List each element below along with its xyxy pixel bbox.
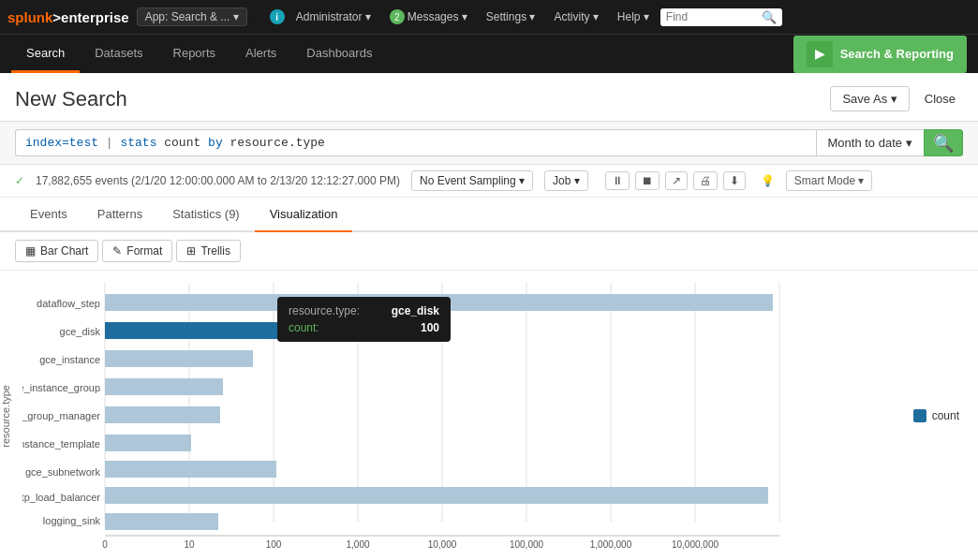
format-button[interactable]: ✎ Format [102, 240, 172, 262]
find-box[interactable]: 🔍 [660, 8, 782, 26]
bar-chart-svg: dataflow_step gce_disk gce_instance gce_… [22, 283, 884, 550]
share-button[interactable]: ↗ [665, 171, 688, 190]
sampling-button[interactable]: No Event Sampling ▾ [411, 170, 533, 191]
bar-gce-instance-template[interactable] [105, 435, 191, 451]
export-button[interactable]: ⬇ [723, 171, 746, 190]
bar-gce-disk[interactable] [105, 322, 297, 339]
tab-search[interactable]: Search [11, 35, 80, 73]
app-selector[interactable]: App: Search & ... ▾ [137, 7, 247, 26]
svg-text:gce_instance_group_manager: gce_instance_group_manager [22, 410, 100, 421]
tab-events[interactable]: Events [15, 198, 82, 232]
bar-gce-instance-group-manager[interactable] [105, 406, 220, 423]
tab-patterns[interactable]: Patterns [82, 198, 157, 232]
find-input[interactable] [666, 10, 758, 23]
search-reporting-button[interactable]: ▶ Search & Reporting [793, 36, 967, 73]
time-range-label: Month to date [828, 136, 903, 150]
help-menu[interactable]: Help ▾ [610, 7, 657, 27]
bar-chart-button[interactable]: ▦ Bar Chart [15, 240, 98, 262]
tab-alerts[interactable]: Alerts [230, 35, 291, 73]
header-actions: Save As ▾ Close [830, 86, 963, 111]
chart-toolbar: ▦ Bar Chart ✎ Format ⊞ Trellis [0, 232, 978, 271]
page-header: New Search Save As ▾ Close [0, 73, 978, 122]
legend-label: count [932, 409, 959, 422]
tab-visualization[interactable]: Visualization [255, 198, 353, 232]
svg-text:gce_disk: gce_disk [60, 326, 101, 337]
svg-text:dataflow_step: dataflow_step [37, 298, 100, 309]
bar-gce-instance[interactable] [105, 350, 253, 367]
chart-tooltip: resource.type: gce_disk count: 100 [277, 297, 451, 342]
tab-datasets[interactable]: Datasets [80, 35, 157, 73]
svg-text:10: 10 [184, 539, 195, 550]
search-query: index=test | stats count by resource.typ… [25, 136, 325, 150]
tab-statistics[interactable]: Statistics (9) [157, 198, 255, 232]
messages-menu[interactable]: 2 Messages ▾ [382, 6, 475, 28]
svg-text:100,000: 100,000 [510, 539, 544, 550]
query-by: by [208, 136, 223, 150]
svg-text:1,000: 1,000 [346, 539, 369, 550]
tooltip-key-label: resource.type: [289, 304, 360, 317]
print-button[interactable]: 🖨 [693, 171, 718, 190]
status-bar: ✓ 17,882,655 events (2/1/20 12:00:00.000… [0, 165, 978, 198]
tooltip-count-value: 100 [421, 321, 439, 334]
bar-gce-instance-group[interactable] [105, 378, 223, 395]
time-range-caret: ▾ [906, 136, 912, 150]
bar-http-load-balancer[interactable] [105, 487, 768, 504]
events-status-text: 17,882,655 events (2/1/20 12:00:00.000 A… [36, 174, 400, 187]
query-pipe: | [106, 136, 121, 150]
splunk-logo: splunk>enterprise [7, 9, 129, 25]
format-icon: ✎ [112, 244, 122, 258]
messages-badge: 2 [390, 9, 405, 24]
page-title: New Search [15, 87, 127, 111]
bar-chart-icon: ▦ [25, 244, 36, 258]
svg-text:100: 100 [266, 539, 282, 550]
pause-button[interactable]: ⏸ [605, 171, 630, 190]
svg-text:1,000,000: 1,000,000 [590, 539, 632, 550]
svg-text:gce_instance_template: gce_instance_template [22, 438, 100, 449]
svg-text:10,000,000: 10,000,000 [672, 539, 719, 550]
search-reporting-label: Search & Reporting [840, 47, 954, 61]
tooltip-count-label: count: [289, 321, 319, 334]
search-submit-button[interactable]: 🔍 [924, 129, 963, 156]
query-index: index=test [25, 136, 98, 150]
svg-text:gce_instance_group: gce_instance_group [22, 382, 100, 393]
tab-reports[interactable]: Reports [158, 35, 231, 73]
bar-gce-subnetwork[interactable] [105, 461, 276, 478]
query-cmd: stats [120, 136, 156, 150]
y-axis-label: resource.type [0, 385, 11, 448]
stop-button[interactable]: ⏹ [635, 171, 659, 190]
search-bar-container: index=test | stats count by resource.typ… [0, 122, 978, 165]
bulb-icon: 💡 [761, 174, 775, 187]
trellis-label: Trellis [200, 244, 230, 258]
bar-logging-sink[interactable] [105, 513, 218, 530]
svg-text:gce_subnetwork: gce_subnetwork [25, 466, 101, 478]
legend-color-swatch [913, 409, 926, 422]
svg-text:gce_instance: gce_instance [39, 354, 100, 365]
settings-menu[interactable]: Settings ▾ [479, 7, 543, 27]
smart-mode-button[interactable]: Smart Mode ▾ [786, 170, 873, 191]
trellis-icon: ⊞ [186, 244, 196, 258]
chart-legend: count [913, 409, 959, 422]
view-tabs: Events Patterns Statistics (9) Visualiza… [0, 198, 978, 232]
job-button[interactable]: Job ▾ [544, 170, 588, 191]
query-field: resource.type [230, 136, 325, 150]
tab-dashboards[interactable]: Dashboards [291, 35, 387, 73]
bar-chart-label: Bar Chart [40, 244, 88, 258]
content-area: New Search Save As ▾ Close index=test | … [0, 73, 978, 560]
second-nav-tabs: Search Datasets Reports Alerts Dashboard… [11, 35, 387, 73]
time-range-button[interactable]: Month to date ▾ [816, 129, 925, 156]
svg-text:http_load_balancer: http_load_balancer [22, 492, 100, 503]
query-func: count [164, 136, 208, 150]
admin-menu[interactable]: Administrator ▾ [289, 7, 378, 27]
status-check-icon: ✓ [15, 174, 24, 187]
format-label: Format [126, 244, 162, 258]
activity-menu[interactable]: Activity ▾ [546, 7, 605, 27]
enterprise-label: >enterprise [52, 9, 128, 25]
search-input-wrap[interactable]: index=test | stats count by resource.typ… [15, 129, 816, 156]
trellis-button[interactable]: ⊞ Trellis [176, 240, 241, 262]
chart-area: resource.type dataflow_step gce_disk gce… [0, 271, 978, 560]
status-icons: ⏸ ⏹ ↗ 🖨 ⬇ [605, 171, 746, 190]
tooltip-key-value: gce_disk [392, 304, 439, 317]
close-button[interactable]: Close [917, 87, 963, 111]
find-icon: 🔍 [762, 10, 777, 24]
save-as-button[interactable]: Save As ▾ [830, 86, 909, 111]
